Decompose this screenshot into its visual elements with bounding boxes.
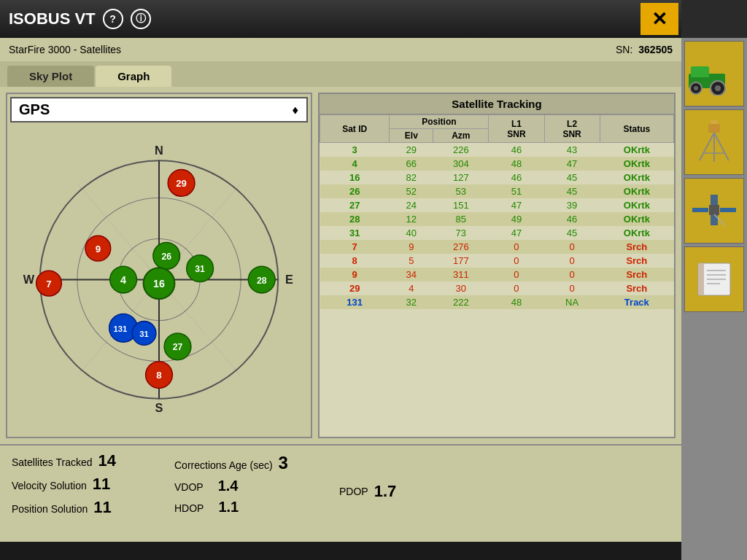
svg-rect-53	[720, 208, 736, 212]
sidebar-item-satellite[interactable]	[684, 178, 744, 244]
cell-azm: 311	[433, 268, 489, 281]
cell-azm: 222	[433, 295, 489, 309]
svg-rect-52	[692, 208, 708, 212]
gps-selector[interactable]: GPS ⬧	[10, 97, 308, 122]
velocity-solution-value: 11	[93, 475, 110, 494]
cell-l1: 0	[489, 254, 544, 268]
satellite-tracking-title: Satellite Tracking	[320, 94, 674, 114]
sky-plot-svg: N S W E 29 9 7	[10, 125, 308, 434]
svg-point-42	[715, 85, 721, 91]
subtitle-bar: StarFire 3000 - Satellites SN: 362505	[0, 38, 681, 61]
col-header-sat-id: Sat ID	[320, 115, 390, 143]
table-row: 3 29 226 46 43 OKrtk	[320, 143, 674, 158]
cell-azm: 30	[433, 281, 489, 295]
svg-text:9: 9	[96, 244, 101, 254]
cell-elv: 32	[390, 295, 433, 309]
svg-text:31: 31	[139, 330, 148, 338]
satellite-tracking-panel: Satellite Tracking Sat ID Position L1SNR…	[318, 93, 676, 438]
table-row: 7 9 276 0 0 Srch	[320, 240, 674, 254]
app-title: ISOBUS VT	[9, 9, 96, 28]
cell-sat-id: 29	[320, 281, 390, 295]
cell-azm: 73	[433, 226, 489, 240]
cell-l2: 0	[544, 268, 600, 281]
table-row: 8 5 177 0 0 Srch	[320, 254, 674, 268]
velocity-solution-label: Velocity Solution	[12, 480, 87, 491]
sidebar-item-tractor[interactable]	[684, 41, 744, 106]
cell-l2: 0	[544, 281, 600, 295]
corrections-age-stat: Corrections Age (sec) 3	[174, 453, 288, 473]
cell-elv: 40	[390, 226, 433, 240]
svg-text:131: 131	[114, 324, 128, 333]
position-solution-label: Position Solution	[12, 503, 88, 515]
svg-line-49	[714, 133, 729, 160]
cell-l1: 0	[489, 281, 544, 295]
right-sidebar	[681, 38, 747, 560]
sidebar-item-manual[interactable]	[684, 246, 744, 312]
svg-text:26: 26	[161, 252, 171, 262]
cell-sat-id: 8	[320, 254, 390, 268]
svg-text:N: N	[155, 144, 163, 157]
cell-l1: 48	[489, 295, 544, 309]
position-solution-value: 11	[93, 498, 111, 517]
cell-elv: 34	[390, 268, 433, 281]
table-row: 16 82 127 46 45 OKrtk	[320, 171, 674, 184]
cell-elv: 12	[390, 212, 433, 226]
cell-l1: 47	[489, 226, 544, 240]
cell-l2: 45	[544, 171, 600, 184]
device-name: StarFire 3000 - Satellites	[9, 44, 121, 55]
sky-plot-panel: GPS ⬧	[6, 93, 312, 438]
svg-rect-54	[711, 195, 718, 205]
close-button[interactable]: ✕	[640, 3, 678, 35]
svg-text:E: E	[285, 273, 293, 286]
cell-l2: 46	[544, 212, 600, 226]
svg-text:31: 31	[195, 264, 205, 274]
cell-l1: 46	[489, 143, 544, 158]
svg-text:29: 29	[176, 178, 187, 189]
cell-sat-id: 3	[320, 143, 390, 158]
table-row: 9 34 311 0 0 Srch	[320, 268, 674, 281]
cell-l2: 0	[544, 254, 600, 268]
cell-sat-id: 9	[320, 268, 390, 281]
cell-l2: 45	[544, 226, 600, 240]
cell-sat-id: 31	[320, 226, 390, 240]
sidebar-item-survey[interactable]	[684, 109, 744, 175]
vdop-value: 1.4	[218, 478, 239, 494]
title-bar: ISOBUS VT ? ⓘ ✕	[0, 0, 681, 38]
cell-status: OKrtk	[600, 226, 673, 240]
svg-text:4: 4	[120, 274, 126, 286]
col-header-l1: L1SNR	[489, 115, 544, 143]
svg-text:8: 8	[156, 370, 161, 381]
tab-graph[interactable]: Graph	[96, 66, 171, 87]
help-icon[interactable]: ?	[103, 9, 123, 29]
corrections-age-label: Corrections Age (sec)	[174, 459, 273, 471]
cell-l1: 51	[489, 184, 544, 198]
cell-l2: 43	[544, 143, 600, 158]
cell-l1: 49	[489, 212, 544, 226]
svg-text:27: 27	[173, 342, 183, 352]
cell-sat-id: 131	[320, 295, 390, 309]
cell-status: Track	[600, 295, 673, 309]
table-row: 27 24 151 47 39 OKrtk	[320, 198, 674, 212]
cell-sat-id: 7	[320, 240, 390, 254]
cell-sat-id: 4	[320, 157, 390, 171]
cell-sat-id: 16	[320, 171, 390, 184]
cell-status: OKrtk	[600, 171, 673, 184]
cell-l1: 0	[489, 268, 544, 281]
cell-status: Srch	[600, 254, 673, 268]
cell-status: OKrtk	[600, 143, 673, 158]
cell-l1: 47	[489, 198, 544, 212]
gps-value: GPS	[19, 101, 50, 118]
tab-sky-plot[interactable]: Sky Plot	[7, 66, 94, 87]
table-row: 4 66 304 48 47 OKrtk	[320, 157, 674, 171]
cell-status: OKrtk	[600, 184, 673, 198]
info-icon[interactable]: ⓘ	[131, 9, 151, 29]
col-header-l2: L2SNR	[544, 115, 600, 143]
table-row: 29 4 30 0 0 Srch	[320, 281, 674, 295]
vdop-label: VDOP	[174, 481, 204, 493]
cell-azm: 85	[433, 212, 489, 226]
cell-l1: 0	[489, 240, 544, 254]
svg-line-47	[700, 133, 714, 160]
hdop-label: HDOP	[174, 502, 204, 514]
table-row: 28 12 85 49 46 OKrtk	[320, 212, 674, 226]
pdop-value: 1.7	[374, 482, 397, 501]
